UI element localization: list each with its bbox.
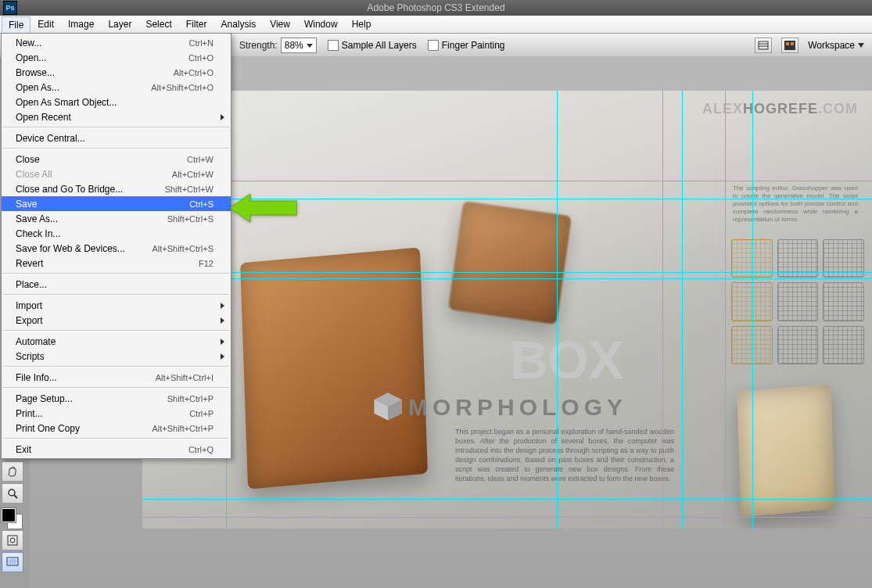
menu-item-label: Check In... bbox=[16, 228, 214, 239]
guide-vertical[interactable] bbox=[725, 91, 726, 529]
guide-vertical[interactable] bbox=[557, 91, 558, 529]
guide-horizontal[interactable] bbox=[142, 181, 872, 181]
menu-item-label: New... bbox=[16, 38, 189, 48]
strength-label: Strength: bbox=[239, 40, 278, 51]
menu-item-shortcut: Ctrl+Q bbox=[188, 445, 214, 454]
quick-mask-toggle[interactable] bbox=[2, 530, 23, 550]
menu-layer[interactable]: Layer bbox=[101, 16, 138, 33]
menu-item-label: Open As Smart Object... bbox=[16, 97, 214, 108]
menu-item-scripts[interactable]: Scripts bbox=[2, 349, 231, 364]
guide-horizontal[interactable] bbox=[142, 272, 872, 273]
menu-item-label: Save As... bbox=[16, 213, 167, 224]
chevron-down-icon bbox=[307, 44, 313, 48]
menu-item-label: Browse... bbox=[16, 67, 174, 78]
menu-analysis[interactable]: Analysis bbox=[214, 16, 263, 33]
menu-item-label: Automate bbox=[16, 336, 214, 347]
menu-item-automate[interactable]: Automate bbox=[2, 334, 231, 349]
menu-separator bbox=[3, 330, 229, 332]
menu-item-open-as[interactable]: Open As...Alt+Shift+Ctrl+O bbox=[2, 80, 231, 95]
menu-item-check-in[interactable]: Check In... bbox=[2, 226, 231, 241]
menu-item-close[interactable]: CloseCtrl+W bbox=[2, 152, 231, 167]
workspace-dropdown[interactable]: Workspace bbox=[808, 40, 864, 51]
menu-item-browse[interactable]: Browse...Alt+Ctrl+O bbox=[2, 65, 231, 80]
menu-item-close-and-go-to-bridge[interactable]: Close and Go To Bridge...Shift+Ctrl+W bbox=[2, 181, 231, 196]
menu-item-shortcut: Alt+Ctrl+W bbox=[172, 170, 214, 179]
menu-item-shortcut: Alt+Ctrl+O bbox=[174, 68, 214, 77]
menu-item-label: Print... bbox=[16, 408, 189, 419]
menu-select[interactable]: Select bbox=[138, 16, 178, 33]
menubar: FileEditImageLayerSelectFilterAnalysisVi… bbox=[0, 16, 872, 34]
menu-item-print[interactable]: Print...Ctrl+P bbox=[2, 406, 231, 421]
svg-point-9 bbox=[9, 489, 15, 496]
menu-item-open-recent[interactable]: Open Recent bbox=[2, 109, 231, 124]
guide-vertical[interactable] bbox=[662, 91, 663, 529]
menu-view[interactable]: View bbox=[263, 16, 297, 33]
menu-item-save-as[interactable]: Save As...Shift+Ctrl+S bbox=[2, 211, 231, 226]
menu-item-revert[interactable]: RevertF12 bbox=[2, 256, 231, 271]
menu-item-label: Device Central... bbox=[16, 133, 214, 144]
bridge-icon[interactable] bbox=[781, 38, 798, 53]
menu-item-place[interactable]: Place... bbox=[2, 277, 231, 292]
menu-item-file-info[interactable]: File Info...Alt+Shift+Ctrl+I bbox=[2, 370, 231, 385]
menu-separator bbox=[3, 294, 229, 296]
menu-item-label: Close and Go To Bridge... bbox=[16, 184, 165, 195]
hand-tool[interactable] bbox=[2, 461, 23, 482]
menu-separator bbox=[3, 127, 229, 128]
view-options-icon[interactable] bbox=[755, 38, 772, 53]
watermark-bold: HOGREFE bbox=[743, 101, 818, 117]
menu-item-shortcut: Alt+Shift+Ctrl+O bbox=[151, 83, 214, 92]
menu-help[interactable]: Help bbox=[345, 16, 379, 33]
finger-paint-label: Finger Painting bbox=[442, 40, 505, 51]
menu-item-new[interactable]: New...Ctrl+N bbox=[2, 35, 231, 50]
menu-item-label: Print One Copy bbox=[16, 423, 152, 434]
foreground-color[interactable] bbox=[2, 508, 16, 522]
guide-horizontal[interactable] bbox=[142, 499, 872, 500]
svg-line-10 bbox=[14, 495, 17, 498]
wooden-box-graphic bbox=[448, 201, 572, 324]
app-title: Adobe Photoshop CS3 Extended bbox=[0, 2, 872, 13]
menu-item-shortcut: Shift+Ctrl+P bbox=[167, 394, 214, 403]
menu-edit[interactable]: Edit bbox=[31, 16, 61, 33]
svg-marker-15 bbox=[230, 194, 297, 222]
menu-image[interactable]: Image bbox=[61, 16, 101, 33]
guide-vertical[interactable] bbox=[682, 91, 683, 529]
strength-field[interactable]: 88% bbox=[281, 38, 317, 53]
svg-rect-0 bbox=[759, 41, 768, 49]
window-titlebar: Ps Adobe Photoshop CS3 Extended bbox=[0, 0, 872, 16]
menu-filter[interactable]: Filter bbox=[179, 16, 214, 33]
svg-rect-5 bbox=[791, 42, 794, 45]
zoom-tool[interactable] bbox=[2, 483, 23, 504]
menu-item-save[interactable]: SaveCtrl+S bbox=[2, 196, 231, 211]
menu-item-open[interactable]: Open...Ctrl+O bbox=[2, 50, 231, 65]
menu-item-label: Close All bbox=[16, 169, 172, 180]
hero-subtitle: MORPHOLOGY bbox=[408, 396, 627, 419]
body-copy: This project began as a personal explora… bbox=[455, 427, 674, 483]
menu-item-save-for-web-devices[interactable]: Save for Web & Devices...Alt+Shift+Ctrl+… bbox=[2, 241, 231, 256]
workspace-label: Workspace bbox=[808, 40, 855, 51]
sidebar-copy: The scripting editor, Grasshopper was us… bbox=[733, 185, 858, 224]
menu-item-label: Open Recent bbox=[16, 112, 214, 123]
screen-mode-toggle[interactable] bbox=[2, 552, 23, 572]
guide-vertical[interactable] bbox=[752, 91, 753, 529]
svg-rect-14 bbox=[9, 559, 16, 564]
menu-item-device-central[interactable]: Device Central... bbox=[2, 131, 231, 145]
finger-paint-checkbox[interactable] bbox=[428, 40, 439, 51]
menu-separator bbox=[3, 387, 229, 389]
menu-separator bbox=[3, 273, 229, 274]
guide-horizontal[interactable] bbox=[142, 278, 872, 279]
menu-window[interactable]: Window bbox=[297, 16, 345, 33]
menu-item-exit[interactable]: ExitCtrl+Q bbox=[2, 442, 231, 457]
menu-item-import[interactable]: Import bbox=[2, 298, 231, 313]
color-swatches[interactable] bbox=[2, 508, 22, 529]
menu-item-label: File Info... bbox=[16, 372, 156, 383]
menu-file[interactable]: File bbox=[2, 16, 31, 33]
menu-item-label: Save bbox=[16, 199, 189, 210]
canvas[interactable]: ALEXHOGREFE.COM The scripting editor, Gr… bbox=[142, 91, 872, 529]
guide-horizontal[interactable] bbox=[142, 517, 872, 518]
menu-item-page-setup[interactable]: Page Setup...Shift+Ctrl+P bbox=[2, 391, 231, 406]
sample-all-checkbox[interactable] bbox=[328, 40, 339, 51]
menu-item-export[interactable]: Export bbox=[2, 313, 231, 328]
menu-item-open-as-smart-object[interactable]: Open As Smart Object... bbox=[2, 95, 231, 109]
menu-item-print-one-copy[interactable]: Print One CopyAlt+Shift+Ctrl+P bbox=[2, 421, 231, 436]
chevron-down-icon bbox=[858, 43, 864, 48]
